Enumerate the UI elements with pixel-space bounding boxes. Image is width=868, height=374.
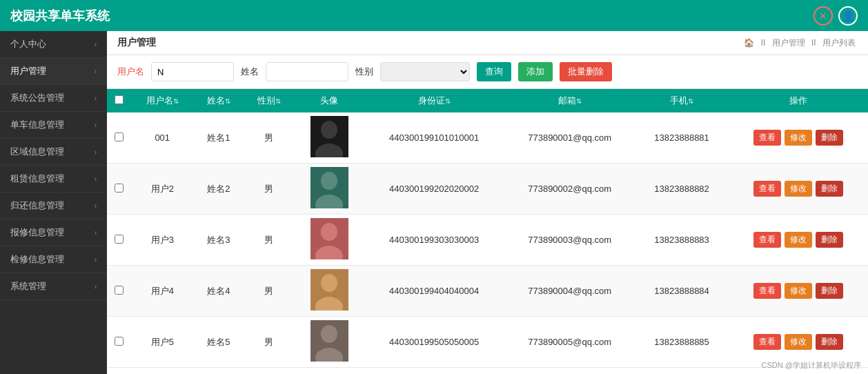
table-row: 001 姓名1 男 440300199101010001 773890001@q…: [107, 112, 868, 164]
sidebar-item-bikes[interactable]: 单车信息管理 ›: [0, 112, 107, 139]
row-checkbox-cell: [107, 164, 131, 215]
sidebar-item-users[interactable]: 用户管理 ›: [0, 58, 107, 85]
cell-idcard: 440300199303030003: [364, 215, 504, 266]
svg-point-7: [321, 223, 337, 241]
sidebar-label-bikes: 单车信息管理: [10, 119, 64, 131]
page-header: 用户管理 🏠 II 用户管理 II 用户列表: [107, 31, 868, 55]
edit-button[interactable]: 修改: [785, 283, 812, 299]
view-button[interactable]: 查看: [753, 130, 781, 146]
cell-avatar: [294, 215, 364, 266]
sidebar-item-inspection[interactable]: 检修信息管理 ›: [0, 246, 107, 273]
chevron-right-icon: ›: [95, 229, 97, 237]
batch-delete-button[interactable]: 批量删除: [560, 62, 612, 81]
delete-button[interactable]: 删除: [816, 283, 843, 299]
row-checkbox-cell: [107, 266, 131, 317]
sidebar-label-repairs: 报修信息管理: [10, 226, 64, 239]
watermark: CSDN @学姐计算机毕设程序: [762, 360, 861, 371]
sidebar-item-repairs[interactable]: 报修信息管理 ›: [0, 219, 107, 246]
col-name: 姓名⇅: [194, 89, 244, 112]
search-bar: 用户名 姓名 性别 男 女 查询 添加 批量删除: [107, 55, 868, 89]
add-button[interactable]: 添加: [518, 62, 553, 81]
sidebar-item-returns[interactable]: 归还信息管理 ›: [0, 193, 107, 219]
sidebar-item-rentals[interactable]: 租赁信息管理 ›: [0, 166, 107, 193]
cell-gender: 男: [244, 164, 294, 215]
cell-avatar: [294, 317, 364, 368]
breadcrumb-home: 🏠: [744, 38, 754, 48]
close-button[interactable]: ✕: [813, 6, 833, 26]
view-button[interactable]: 查看: [753, 181, 781, 197]
cell-gender: 男: [244, 266, 294, 317]
select-all-checkbox[interactable]: [115, 95, 124, 104]
sidebar-item-areas[interactable]: 区域信息管理 ›: [0, 139, 107, 166]
cell-username: 用户4: [131, 266, 194, 317]
chevron-right-icon: ›: [95, 256, 97, 264]
sidebar: 个人中心 › 用户管理 › 系统公告管理 › 单车信息管理 › 区域信息管理 ›…: [0, 31, 107, 374]
gender-select[interactable]: 男 女: [380, 62, 470, 81]
col-checkbox: [107, 89, 131, 112]
sidebar-label-system: 系统管理: [10, 280, 46, 293]
row-checkbox[interactable]: [115, 235, 124, 244]
sidebar-label-announcements: 系统公告管理: [10, 92, 64, 104]
chevron-right-icon: ›: [95, 175, 97, 183]
avatar: [310, 320, 348, 362]
cell-gender: 男: [244, 112, 294, 164]
sidebar-item-system[interactable]: 系统管理 ›: [0, 273, 107, 300]
delete-button[interactable]: 删除: [816, 232, 843, 248]
cell-phone: 13823888881: [635, 112, 728, 164]
table-row: 用户4 姓名4 男 440300199404040004 773890004@q…: [107, 266, 868, 317]
chevron-right-icon: ›: [95, 95, 97, 102]
delete-button[interactable]: 删除: [816, 130, 843, 146]
app-title: 校园共享单车系统: [10, 8, 110, 24]
cell-phone: 13823888883: [635, 215, 728, 266]
row-checkbox-cell: [107, 317, 131, 368]
row-checkbox[interactable]: [115, 184, 124, 193]
cell-idcard: 440300199101010001: [364, 112, 504, 164]
delete-button[interactable]: 删除: [816, 181, 843, 197]
table-row: 用户2 姓名2 男 440300199202020002 773890002@q…: [107, 164, 868, 215]
edit-button[interactable]: 修改: [785, 181, 812, 197]
row-checkbox[interactable]: [115, 337, 124, 346]
search-button[interactable]: 查询: [477, 62, 511, 81]
edit-button[interactable]: 修改: [785, 232, 812, 248]
fullname-label: 姓名: [241, 66, 259, 78]
cell-username: 001: [131, 112, 194, 164]
view-button[interactable]: 查看: [753, 334, 781, 350]
cell-name: 姓名1: [194, 112, 244, 164]
page-title: 用户管理: [117, 37, 156, 49]
row-checkbox[interactable]: [115, 286, 124, 295]
user-button[interactable]: 👤: [838, 6, 858, 26]
sidebar-label-returns: 归还信息管理: [10, 199, 64, 212]
cell-actions: 查看 修改 删除: [728, 164, 868, 215]
sidebar-item-announcements[interactable]: 系统公告管理 ›: [0, 85, 107, 112]
header: 校园共享单车系统 ✕ 👤: [0, 0, 868, 31]
col-avatar: 头像: [294, 89, 364, 112]
cell-username: 用户5: [131, 317, 194, 368]
cell-email: 773890004@qq.com: [504, 266, 635, 317]
breadcrumb-list: 用户列表: [822, 38, 856, 48]
cell-name: 姓名4: [194, 266, 244, 317]
fullname-input[interactable]: [266, 62, 348, 81]
svg-point-1: [321, 121, 337, 139]
view-button[interactable]: 查看: [753, 232, 781, 248]
row-checkbox[interactable]: [115, 132, 124, 141]
col-phone: 手机⇅: [635, 89, 728, 112]
view-button[interactable]: 查看: [753, 283, 781, 299]
avatar: [310, 218, 348, 259]
col-username: 用户名⇅: [131, 89, 194, 112]
cell-name: 姓名5: [194, 317, 244, 368]
chevron-right-icon: ›: [95, 202, 97, 210]
header-icons: ✕ 👤: [813, 6, 858, 26]
edit-button[interactable]: 修改: [785, 334, 812, 350]
cell-name: 姓名2: [194, 164, 244, 215]
cell-idcard: 440300199505050005: [364, 317, 504, 368]
delete-button[interactable]: 删除: [816, 334, 843, 350]
edit-button[interactable]: 修改: [785, 130, 812, 146]
breadcrumb-users: 用户管理: [772, 38, 805, 48]
avatar: [310, 116, 348, 157]
table-row: 用户3 姓名3 男 440300199303030003 773890003@q…: [107, 215, 868, 266]
sidebar-item-personal[interactable]: 个人中心 ›: [0, 31, 107, 58]
username-input[interactable]: [151, 62, 234, 81]
col-gender: 性别⇅: [244, 89, 294, 112]
cell-phone: 13823888885: [635, 317, 728, 368]
cell-username: 用户2: [131, 164, 194, 215]
